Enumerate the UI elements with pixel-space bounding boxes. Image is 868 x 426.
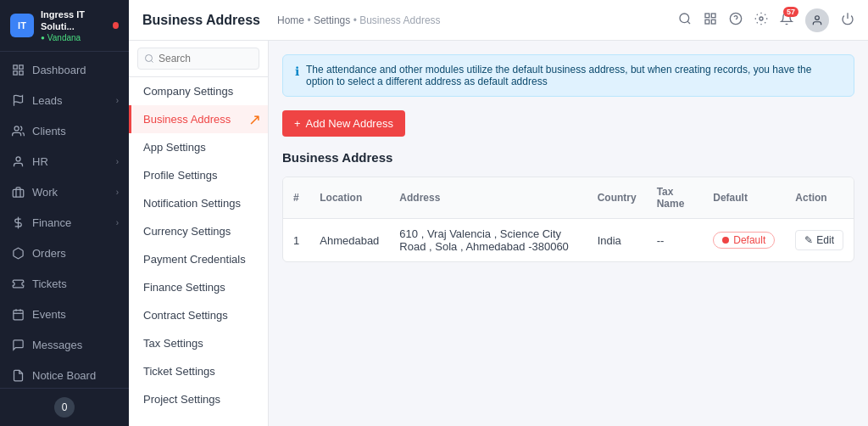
- footer-zero-badge: 0: [10, 397, 119, 418]
- svg-point-6: [16, 157, 20, 161]
- user-status: Vandana: [41, 33, 106, 42]
- col-header-country: Country: [587, 177, 647, 219]
- avatar[interactable]: [805, 8, 829, 32]
- sidebar: IT Ingress IT Soluti... Vandana Dashboar…: [0, 0, 129, 426]
- add-new-address-button[interactable]: + Add New Address: [282, 110, 405, 137]
- sidebar-item-dashboard[interactable]: Dashboard: [0, 55, 129, 86]
- main-area: Business Address Home • Settings • Busin…: [129, 0, 868, 426]
- edit-button[interactable]: ✎ Edit: [795, 230, 843, 250]
- header-actions: 57: [678, 8, 854, 32]
- col-header-num: #: [283, 177, 309, 219]
- sidebar-label-noticeboard: Notice Board: [32, 369, 119, 382]
- cell-country: India: [587, 219, 647, 262]
- settings-menu-app[interactable]: App Settings: [129, 133, 268, 161]
- cell-action: ✎ Edit: [785, 219, 854, 262]
- briefcase-icon: [10, 185, 25, 200]
- sidebar-item-leads[interactable]: Leads ›: [0, 86, 129, 116]
- sidebar-item-orders[interactable]: Orders: [0, 238, 129, 269]
- settings-icon[interactable]: [754, 12, 768, 29]
- svg-rect-0: [13, 65, 16, 69]
- search-input[interactable]: [137, 48, 259, 70]
- svg-rect-1: [19, 65, 22, 69]
- chevron-right-icon: ›: [116, 157, 119, 166]
- col-header-default: Default: [703, 177, 785, 219]
- breadcrumb-settings[interactable]: Settings: [314, 14, 350, 26]
- chevron-right-icon: ›: [116, 96, 119, 105]
- svg-rect-18: [705, 14, 709, 18]
- sidebar-label-clients: Clients: [32, 125, 119, 137]
- edit-icon: ✎: [804, 234, 813, 246]
- notification-count: 57: [783, 7, 798, 17]
- section-title: Business Address: [282, 150, 854, 165]
- sidebar-item-finance[interactable]: Finance ›: [0, 208, 129, 238]
- settings-menu-contract[interactable]: Contract Settings: [129, 301, 268, 329]
- breadcrumb: Home • Settings • Business Address: [277, 14, 441, 26]
- cursor-indicator: ↗: [248, 110, 261, 129]
- sidebar-item-events[interactable]: Events: [0, 300, 129, 330]
- info-banner: ℹ The attendance and other modules utili…: [282, 54, 854, 97]
- cell-taxname: --: [647, 219, 704, 262]
- settings-sidebar: Company Settings Business Address ↗ App …: [129, 41, 269, 426]
- sidebar-label-dashboard: Dashboard: [32, 64, 119, 76]
- settings-menu-business-address[interactable]: Business Address ↗: [129, 105, 268, 133]
- sidebar-label-events: Events: [32, 308, 119, 321]
- default-label: Default: [733, 234, 765, 246]
- sidebar-item-messages[interactable]: Messages: [0, 330, 129, 361]
- svg-rect-3: [19, 71, 22, 75]
- status-dot: [113, 22, 119, 29]
- sidebar-label-tickets: Tickets: [32, 277, 119, 290]
- table-row: 1 Ahmedabad 610 , Vraj Valencia , Scienc…: [283, 219, 854, 262]
- settings-menu-company[interactable]: Company Settings: [129, 77, 268, 105]
- sidebar-footer: 0: [0, 388, 129, 426]
- svg-rect-2: [13, 71, 16, 75]
- chat-icon: [10, 338, 25, 353]
- sidebar-nav: Dashboard Leads › Clients HR › W: [0, 52, 129, 388]
- settings-menu-notification[interactable]: Notification Settings: [129, 189, 268, 217]
- box-icon: [10, 246, 25, 261]
- sidebar-label-messages: Messages: [32, 339, 119, 351]
- sidebar-item-hr[interactable]: HR ›: [0, 147, 129, 177]
- settings-menu-profile[interactable]: Profile Settings: [129, 161, 268, 189]
- address-table-wrapper: # Location Address Country Tax Name Defa…: [282, 177, 854, 262]
- sidebar-item-work[interactable]: Work ›: [0, 177, 129, 208]
- sidebar-item-noticeboard[interactable]: Notice Board: [0, 361, 129, 388]
- settings-menu-currency[interactable]: Currency Settings: [129, 217, 268, 245]
- sidebar-logo: IT Ingress IT Soluti... Vandana: [0, 0, 129, 52]
- notification-bell-wrapper[interactable]: 57: [780, 12, 793, 29]
- page-title: Business Address: [142, 13, 260, 28]
- address-table: # Location Address Country Tax Name Defa…: [283, 177, 854, 261]
- calendar-icon: [10, 307, 25, 322]
- sidebar-item-tickets[interactable]: Tickets: [0, 269, 129, 300]
- ticket-icon: [10, 277, 25, 292]
- settings-menu-ticket[interactable]: Ticket Settings: [129, 357, 268, 385]
- sidebar-label-work: Work: [32, 186, 116, 199]
- chevron-right-icon: ›: [116, 188, 119, 197]
- col-header-location: Location: [309, 177, 389, 219]
- settings-menu-tax[interactable]: Tax Settings: [129, 329, 268, 357]
- main-panel: ℹ The attendance and other modules utili…: [269, 41, 868, 426]
- svg-rect-20: [705, 20, 709, 24]
- col-header-action: Action: [785, 177, 854, 219]
- settings-menu-finance[interactable]: Finance Settings: [129, 273, 268, 301]
- col-header-taxname: Tax Name: [647, 177, 704, 219]
- help-icon[interactable]: [729, 12, 743, 29]
- grid-icon: [10, 63, 25, 78]
- search-icon[interactable]: [678, 12, 692, 29]
- cell-address: 610 , Vraj Valencia , Science City Road …: [389, 219, 587, 262]
- power-icon[interactable]: [841, 12, 854, 29]
- default-dot: [722, 237, 729, 244]
- breadcrumb-home[interactable]: Home: [277, 14, 304, 26]
- edit-label: Edit: [816, 234, 834, 246]
- users-icon: [10, 124, 25, 139]
- settings-menu-project[interactable]: Project Settings: [129, 385, 268, 413]
- grid-apps-icon[interactable]: [704, 12, 717, 29]
- plus-icon: +: [294, 117, 301, 130]
- svg-point-25: [815, 15, 820, 20]
- top-header: Business Address Home • Settings • Busin…: [129, 0, 868, 41]
- sidebar-item-clients[interactable]: Clients: [0, 116, 129, 147]
- settings-menu-payment[interactable]: Payment Credentials: [129, 245, 268, 273]
- sidebar-label-orders: Orders: [32, 247, 119, 260]
- info-text: The attendance and other modules utilize…: [306, 64, 842, 87]
- svg-rect-7: [13, 189, 24, 197]
- app-name: Ingress IT Soluti...: [41, 8, 106, 33]
